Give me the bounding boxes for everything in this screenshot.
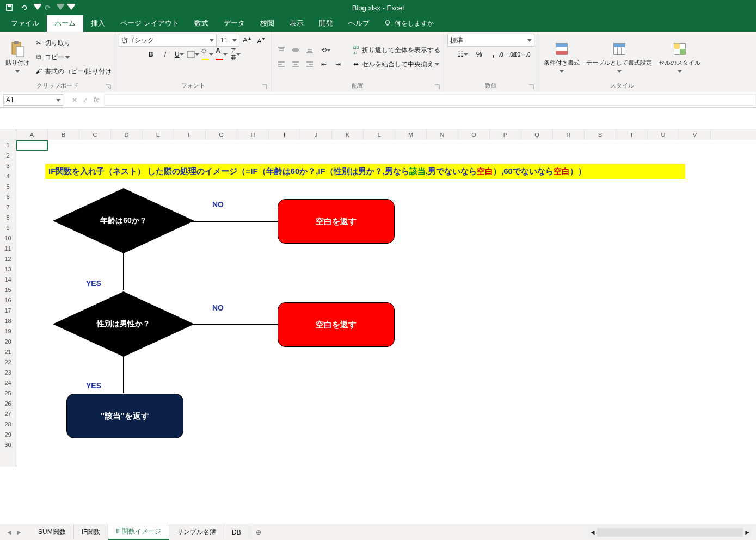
align-middle-button[interactable] (289, 44, 302, 57)
select-all-corner[interactable] (0, 129, 16, 140)
row-header[interactable]: 6 (0, 192, 16, 202)
result-blank-2[interactable]: 空白を返す (278, 302, 395, 347)
underline-button[interactable]: U (173, 48, 186, 61)
col-header[interactable]: A (16, 129, 48, 140)
row-header[interactable]: 5 (0, 182, 16, 192)
tab-developer[interactable]: 開発 (311, 15, 341, 32)
row-header[interactable]: 27 (0, 409, 16, 419)
row-header[interactable]: 18 (0, 316, 16, 326)
font-size-select[interactable]: 11 (218, 34, 239, 47)
redo-button[interactable] (41, 2, 53, 14)
font-name-select[interactable]: 游ゴシック (119, 34, 217, 47)
tab-data[interactable]: データ (216, 15, 253, 32)
wrap-text-button[interactable]: ab↵ 折り返して全体を表示する (351, 44, 440, 57)
formula-input[interactable] (104, 94, 756, 106)
number-format-select[interactable]: 標準 (447, 34, 534, 47)
tell-me-search[interactable]: 何をしますか (384, 15, 434, 32)
col-header[interactable]: Q (521, 129, 553, 140)
col-header[interactable]: F (174, 129, 206, 140)
align-center-button[interactable] (289, 58, 302, 71)
row-header[interactable]: 4 (0, 171, 16, 182)
col-header[interactable]: P (490, 129, 521, 140)
name-box[interactable]: A1 (3, 94, 63, 106)
row-header[interactable]: 24 (0, 378, 16, 388)
font-color-button[interactable]: A (215, 48, 228, 61)
row-header[interactable]: 13 (0, 264, 16, 275)
col-header[interactable]: T (616, 129, 648, 140)
col-header[interactable]: E (143, 129, 174, 140)
row-header[interactable]: 20 (0, 337, 16, 347)
col-header[interactable]: M (395, 129, 427, 140)
result-hit[interactable]: "該当"を返す (66, 394, 183, 438)
row-header[interactable]: 2 (0, 151, 16, 161)
format-painter-button[interactable]: 🖌 書式のコピー/貼り付け (34, 65, 112, 78)
cell-grid[interactable]: IF関数を入れ子（ネスト） した際の処理のイメージ（=IF（年齢は60か？,IF… (16, 140, 756, 467)
tab-review[interactable]: 校閲 (253, 15, 282, 32)
alignment-launcher[interactable] (434, 84, 440, 91)
undo-button[interactable] (19, 2, 30, 14)
copy-button[interactable]: ⧉ コピー (34, 51, 112, 64)
col-header[interactable]: R (553, 129, 585, 140)
align-right-button[interactable] (303, 58, 316, 71)
percent-button[interactable]: % (472, 48, 485, 61)
row-header[interactable]: 11 (0, 244, 16, 254)
align-top-button[interactable] (275, 44, 288, 57)
indent-inc-button[interactable]: ⇥ (331, 58, 345, 71)
accounting-button[interactable]: ☷ (454, 48, 471, 61)
qat-customize[interactable] (67, 3, 72, 13)
clipboard-launcher[interactable] (105, 84, 112, 91)
phonetic-button[interactable]: ア亜 (229, 48, 242, 61)
result-blank-1[interactable]: 空白を返す (278, 199, 395, 244)
shrink-font-button[interactable]: A▼ (255, 34, 268, 47)
tab-pagelayout[interactable]: ページ レイアウト (113, 15, 187, 32)
row-header[interactable]: 12 (0, 254, 16, 264)
tab-home[interactable]: ホーム (47, 15, 83, 32)
row-header[interactable]: 16 (0, 295, 16, 306)
col-header[interactable]: U (648, 129, 679, 140)
enter-formula-button[interactable]: ✓ (83, 96, 88, 104)
row-header[interactable]: 9 (0, 223, 16, 233)
row-header[interactable]: 1 (0, 140, 16, 151)
decision-gender[interactable]: 性別は男性か？ (53, 291, 194, 357)
borders-button[interactable] (187, 48, 200, 61)
row-header[interactable]: 22 (0, 357, 16, 368)
comma-button[interactable]: , (487, 48, 500, 61)
row-header[interactable]: 29 (0, 430, 16, 440)
cell-styles-button[interactable]: セルのスタイル (656, 39, 703, 76)
active-cell[interactable] (16, 140, 48, 151)
undo-caret[interactable] (34, 3, 38, 13)
col-header[interactable]: S (585, 129, 616, 140)
paste-button[interactable]: 貼り付け (3, 39, 32, 76)
col-header[interactable]: G (206, 129, 237, 140)
row-header[interactable]: 23 (0, 368, 16, 378)
row-header[interactable]: 17 (0, 306, 16, 316)
row-header[interactable]: 19 (0, 326, 16, 337)
row-header[interactable]: 26 (0, 399, 16, 409)
indent-dec-button[interactable]: ⇤ (317, 58, 330, 71)
orientation-button[interactable]: ⟲ (317, 44, 335, 57)
cut-button[interactable]: ✂ 切り取り (34, 36, 112, 49)
decision-age[interactable]: 年齢は60か？ (53, 188, 194, 253)
conditional-format-button[interactable]: 条件付き書式 (542, 39, 582, 76)
italic-button[interactable]: I (158, 48, 171, 61)
col-header[interactable]: N (427, 129, 458, 140)
col-header[interactable]: I (269, 129, 300, 140)
row-header[interactable]: 15 (0, 285, 16, 295)
row-header[interactable]: 3 (0, 161, 16, 171)
col-header[interactable]: K (332, 129, 364, 140)
bold-button[interactable]: B (144, 48, 157, 61)
cancel-formula-button[interactable]: ✕ (72, 96, 77, 104)
fill-color-button[interactable]: ◇ (201, 48, 214, 61)
col-header[interactable]: L (364, 129, 395, 140)
row-header[interactable]: 25 (0, 388, 16, 399)
namebox-caret[interactable] (56, 96, 60, 104)
col-header[interactable]: O (458, 129, 490, 140)
number-launcher[interactable] (528, 84, 534, 91)
align-bottom-button[interactable] (303, 44, 316, 57)
tab-file[interactable]: ファイル (3, 15, 47, 32)
col-header[interactable]: C (79, 129, 111, 140)
col-header[interactable]: D (111, 129, 143, 140)
row-header[interactable]: 30 (0, 440, 16, 450)
grow-font-button[interactable]: A▲ (241, 34, 254, 47)
tab-insert[interactable]: 挿入 (83, 15, 113, 32)
